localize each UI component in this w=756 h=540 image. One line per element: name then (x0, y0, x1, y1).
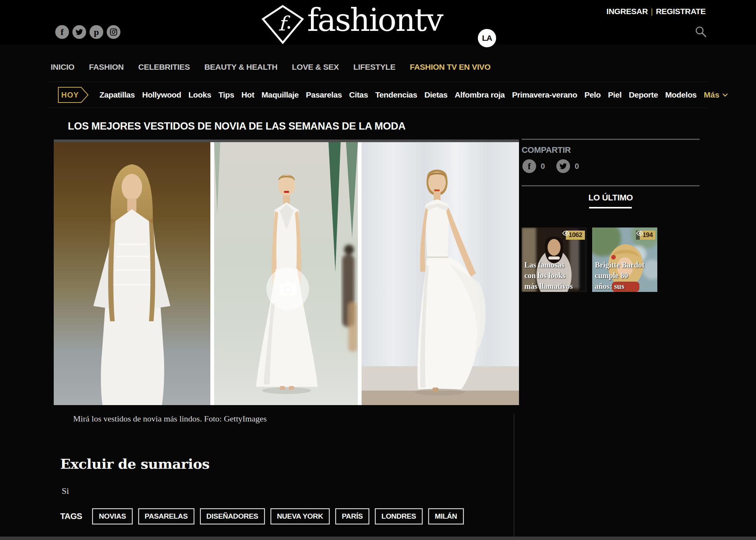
column-divider (514, 413, 514, 540)
share-label: COMPARTIR (522, 145, 571, 155)
share-twitter-button[interactable] (556, 159, 570, 173)
nav-love-sex[interactable]: LOVE & SEX (292, 62, 339, 72)
article-photo-left (54, 142, 210, 405)
login-link[interactable]: INGRESAR (607, 7, 648, 16)
topic-modelos[interactable]: Modelos (665, 90, 697, 99)
twitter-icon[interactable] (72, 25, 86, 39)
logo-la-badge: LA (478, 29, 496, 47)
search-icon[interactable] (694, 25, 707, 38)
article-body-text: Si (62, 486, 69, 496)
divider (49, 82, 707, 82)
topic-primavera-verano[interactable]: Primavera-verano (512, 90, 577, 99)
view-count-badge: 1062 (562, 231, 585, 240)
nav-fashion[interactable]: FASHION (89, 62, 123, 72)
tags-row: TAGS NOVIAS PASARELAS DISEÑADORES NUEVA … (60, 508, 464, 524)
topic-looks[interactable]: Looks (188, 90, 211, 99)
tag-novias[interactable]: NOVIAS (92, 508, 132, 524)
tags-label: TAGS (60, 511, 82, 521)
footer-bar (0, 537, 756, 540)
topic-citas[interactable]: Citas (349, 90, 368, 99)
topic-maquillaje[interactable]: Maquillaje (261, 90, 299, 99)
photo-top-strip (54, 139, 519, 142)
tag-milan[interactable]: MILÁN (428, 508, 464, 524)
camera-icon (278, 280, 298, 297)
article-title: LOS MEJORES VESTIDOS DE NOVIA DE LAS SEM… (68, 120, 405, 132)
share-facebook-button[interactable]: f (522, 159, 536, 173)
article-heading: Excluir de sumarios (60, 456, 210, 472)
share-buttons: f 0 0 (522, 159, 586, 173)
topic-deporte[interactable]: Deporte (629, 90, 658, 99)
eye-icon (562, 231, 570, 236)
latest-card-1[interactable]: 1062 Las famosas con los looks más llama… (522, 228, 587, 292)
site-header: f p f fashiontv LA INGRESAR|REGISTRATE (0, 0, 756, 45)
photo-caption: Mirá los vestidos de novia más lindos. F… (73, 414, 267, 424)
register-link[interactable]: REGISTRATE (656, 7, 706, 16)
tag-nueva-york[interactable]: NUEVA YORK (271, 508, 330, 524)
view-count-badge: 194 (636, 231, 655, 240)
svg-text:f: f (278, 12, 290, 35)
auth-separator: | (648, 7, 656, 16)
twitter-share-count: 0 (575, 162, 579, 171)
article-photo-right (362, 142, 519, 405)
social-links: f p (55, 25, 120, 39)
topic-hollywood[interactable]: Hollywood (142, 90, 181, 99)
topic-piel[interactable]: Piel (608, 90, 621, 99)
more-topics-button[interactable]: Más (704, 90, 728, 99)
latest-section-label: LO ÚLTIMO (522, 193, 700, 203)
topic-pelo[interactable]: Pelo (585, 90, 601, 99)
pinterest-icon[interactable]: p (90, 25, 103, 39)
page: f p f fashiontv LA INGRESAR|REGISTRATE I… (0, 0, 756, 540)
sidebar-divider (522, 185, 700, 186)
article-photo-gallery (54, 139, 519, 405)
tag-disenadores[interactable]: DISEÑADORES (200, 508, 265, 524)
topic-alfombra-roja[interactable]: Alfombra roja (455, 90, 505, 99)
instagram-icon[interactable] (107, 25, 120, 39)
nav-celebrities[interactable]: CELEBRITIES (138, 62, 190, 72)
latest-underline (589, 207, 632, 208)
eye-icon (636, 231, 644, 236)
logo-diamond-icon: f (261, 5, 305, 44)
tag-paris[interactable]: PARÍS (335, 508, 369, 524)
topic-zapatillas[interactable]: Zapatillas (99, 90, 135, 99)
topic-tips[interactable]: Tips (218, 90, 234, 99)
open-gallery-button[interactable] (266, 268, 309, 310)
topic-dietas[interactable]: Dietas (424, 90, 448, 99)
auth-links: INGRESAR|REGISTRATE (607, 7, 706, 16)
main-nav: INICIO FASHION CELEBRITIES BEAUTY & HEAL… (51, 62, 490, 72)
nav-beauty-health[interactable]: BEAUTY & HEALTH (204, 62, 277, 72)
sidebar-divider (522, 139, 700, 140)
hoy-badge[interactable]: HOY (58, 87, 88, 103)
logo-wordmark[interactable]: fashiontv (307, 3, 442, 37)
latest-card-title: Brigitte Bardot cumple 80 años: sus (595, 260, 645, 292)
divider (49, 107, 707, 108)
topics-bar: HOY Zapatillas Hollywood Looks Tips Hot … (58, 87, 707, 103)
nav-lifestyle[interactable]: LIFESTYLE (353, 62, 395, 72)
topic-tendencias[interactable]: Tendencias (375, 90, 417, 99)
topic-pasarelas[interactable]: Pasarelas (306, 90, 342, 99)
latest-card-2[interactable]: 194 Brigitte Bardot cumple 80 años: sus (592, 228, 657, 292)
tag-pasarelas[interactable]: PASARELAS (138, 508, 194, 524)
tag-londres[interactable]: LONDRES (375, 508, 423, 524)
facebook-share-count: 0 (541, 162, 545, 171)
chevron-down-icon (722, 93, 728, 97)
facebook-icon[interactable]: f (55, 25, 69, 39)
nav-fashion-tv-en-vivo[interactable]: FASHION TV EN VIVO (410, 62, 491, 72)
nav-inicio[interactable]: INICIO (51, 62, 74, 72)
topic-hot[interactable]: Hot (241, 90, 254, 99)
latest-card-title: Las famosas con los looks más llamativos (524, 260, 573, 292)
